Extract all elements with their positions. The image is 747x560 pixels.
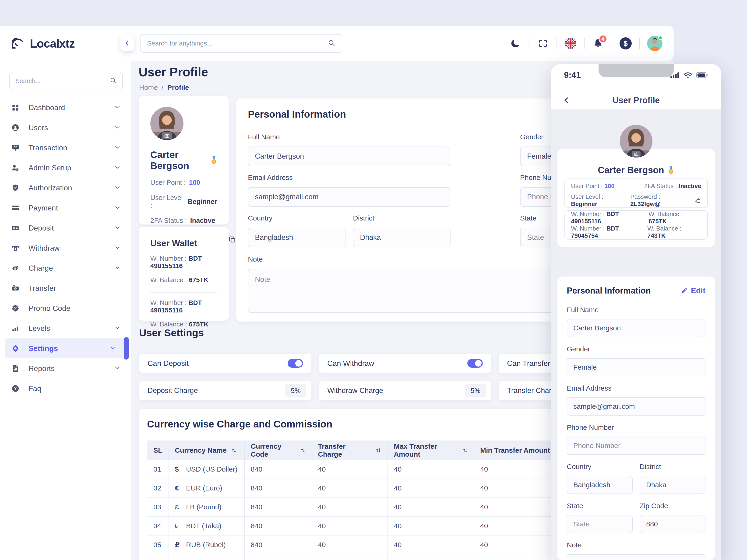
avatar-camera-overlay[interactable] xyxy=(150,132,183,140)
sidebar-item-label: Withdraw xyxy=(28,244,114,252)
sort-icon xyxy=(300,447,306,453)
phone-wallet-row: W. Number : BDT 490155116 W. Balance : 6… xyxy=(565,211,707,225)
sidebar-item-charge[interactable]: $ Charge xyxy=(0,258,131,278)
col-transfer-charge[interactable]: Transfer Charge xyxy=(312,441,388,460)
sidebar-item-label: Payment xyxy=(28,204,114,212)
admin-setup-icon xyxy=(11,163,20,172)
profile-user-point: User Point :100 xyxy=(150,179,217,186)
sidebar-item-label: Levels xyxy=(28,324,114,333)
sidebar-search-input[interactable] xyxy=(16,77,110,85)
medal-icon xyxy=(211,155,217,165)
sidebar-item-label: Dashboard xyxy=(28,103,114,112)
sidebar-item-authorization[interactable]: Authorization xyxy=(0,178,131,198)
sidebar-item-label: Deposit xyxy=(28,224,114,232)
phone-district-input[interactable] xyxy=(640,476,705,494)
user-avatar[interactable] xyxy=(647,36,663,51)
sidebar-item-promo-code[interactable]: Promo Code xyxy=(0,298,131,318)
phone-country-field: Country xyxy=(567,463,633,494)
phone-account-info-card: User Point : 100 2FA Status : Inactive U… xyxy=(564,179,708,208)
sidebar-item-label: Transaction xyxy=(28,143,114,152)
chevron-down-icon xyxy=(114,244,121,252)
svg-text:$: $ xyxy=(15,267,16,270)
sidebar: Localxtz Dashboard Users xyxy=(0,26,131,560)
sidebar-item-admin-setup[interactable]: Admin Setup xyxy=(0,158,131,178)
sidebar-item-label: Authorization xyxy=(28,184,114,192)
sidebar-item-dashboard[interactable]: Dashboard xyxy=(0,98,131,117)
phone-full-name-input[interactable] xyxy=(567,319,705,337)
sidebar-item-levels[interactable]: Levels xyxy=(0,318,131,338)
users-icon xyxy=(11,123,20,132)
phone-district-field: District xyxy=(640,463,705,494)
dark-mode-icon[interactable] xyxy=(509,37,521,50)
can-withdraw-toggle[interactable] xyxy=(467,359,483,368)
phone-profile-name: Carter Bergson xyxy=(551,165,721,175)
search-icon xyxy=(328,39,335,48)
col-max-transfer[interactable]: Max Transfer Amount xyxy=(388,441,474,460)
currency-symbol: ₽ xyxy=(175,541,182,549)
svg-text:?: ? xyxy=(14,386,17,391)
fullscreen-icon[interactable] xyxy=(537,37,549,50)
phone-page-title: User Profile xyxy=(613,96,660,105)
phone-gender-input[interactable] xyxy=(567,358,705,376)
profile-name-row: Carter Bergson xyxy=(150,149,217,171)
currency-icon[interactable]: $ xyxy=(620,37,632,50)
copy-icon[interactable] xyxy=(228,236,236,244)
wallet-number: W. Number : BDT 490155116 xyxy=(150,299,217,314)
breadcrumb-home[interactable]: Home xyxy=(139,83,158,91)
language-flag-icon[interactable] xyxy=(564,37,576,50)
phone-notch xyxy=(598,64,674,77)
country-input[interactable] xyxy=(248,228,345,247)
chevron-down-icon xyxy=(114,224,121,232)
svg-text:$: $ xyxy=(15,288,16,290)
camera-icon xyxy=(632,151,641,157)
sidebar-item-deposit[interactable]: Deposit xyxy=(0,218,131,238)
phone-phone-input[interactable] xyxy=(567,436,705,455)
can-withdraw-card: Can Withdraw xyxy=(319,354,491,373)
sidebar-item-reports[interactable]: Reports xyxy=(0,358,131,378)
full-name-input[interactable] xyxy=(248,146,450,166)
sidebar-item-users[interactable]: Users xyxy=(0,117,131,138)
edit-button[interactable]: Edit xyxy=(681,286,705,295)
topbar-search-input[interactable] xyxy=(147,40,328,47)
sidebar-collapse-button[interactable] xyxy=(121,35,134,51)
divider xyxy=(639,38,640,49)
sidebar-item-transfer[interactable]: $ Transfer xyxy=(0,278,131,298)
chevron-down-icon xyxy=(114,365,121,372)
levels-icon xyxy=(11,324,20,333)
chevron-left-icon xyxy=(124,40,131,47)
phone-email-input[interactable] xyxy=(567,397,705,416)
district-input[interactable] xyxy=(353,228,450,247)
sidebar-item-payment[interactable]: Payment xyxy=(0,198,131,218)
phone-state-field: State xyxy=(567,502,633,533)
sidebar-item-withdraw[interactable]: Withdraw xyxy=(0,238,131,258)
col-currency-name[interactable]: Currency Name xyxy=(169,441,244,460)
sort-icon xyxy=(231,447,237,453)
back-button[interactable] xyxy=(563,96,570,104)
country-field: Country xyxy=(248,214,345,247)
email-input[interactable] xyxy=(248,187,450,207)
topbar-actions: 4 $ xyxy=(509,26,663,61)
sidebar-item-label: Reports xyxy=(28,364,114,373)
notifications-bell-icon[interactable]: 4 xyxy=(592,37,604,50)
sidebar-item-transaction[interactable]: Transaction xyxy=(0,138,131,158)
phone-info-row: User Point : 100 2FA Status : Inactive xyxy=(565,179,707,193)
phone-note-input[interactable] xyxy=(567,554,705,560)
wallet-icon xyxy=(11,223,20,233)
withdraw-icon xyxy=(11,243,20,253)
col-currency-code[interactable]: Currency Code xyxy=(244,441,312,460)
can-deposit-toggle[interactable] xyxy=(288,359,303,368)
phone-zip-input[interactable] xyxy=(640,515,705,533)
phone-gender-field: Gender xyxy=(567,345,705,376)
sidebar-item-label: Settings xyxy=(28,344,109,353)
sidebar-item-settings[interactable]: Settings xyxy=(5,338,127,358)
brand-logo-icon xyxy=(10,36,25,51)
sidebar-item-faq[interactable]: ? Faq xyxy=(0,378,131,399)
phone-state-input[interactable] xyxy=(567,515,633,533)
question-icon: ? xyxy=(11,384,20,393)
phone-avatar xyxy=(620,125,652,158)
copy-icon[interactable] xyxy=(694,197,701,204)
chevron-down-icon xyxy=(109,344,116,352)
chevron-down-icon xyxy=(114,204,121,212)
profile-2fa-status: 2FA Status :Inactive xyxy=(150,217,217,224)
phone-country-input[interactable] xyxy=(567,476,633,494)
